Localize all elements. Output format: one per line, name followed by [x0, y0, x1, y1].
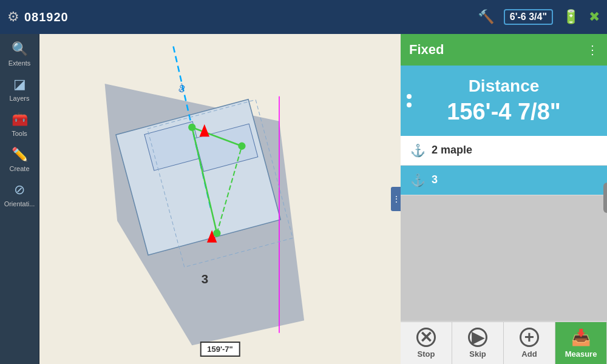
tools-icon: 🧰 — [12, 112, 28, 127]
layers-label: Layers — [9, 95, 29, 102]
distance-value: 156'-4 7/8" — [413, 99, 595, 125]
action-bar: ✕ Stop ▶ Skip + Add 📥 Measure — [401, 322, 607, 364]
create-label: Create — [9, 165, 29, 172]
panel-menu-icon[interactable]: ⋮ — [586, 42, 599, 57]
main-content: 🔍 Extents ◪ Layers 🧰 Tools ✏️ Create ⊘ O… — [0, 34, 607, 364]
dot-1 — [407, 94, 412, 99]
sidebar-item-tools[interactable]: 🧰 Tools — [0, 107, 39, 142]
point-item-1[interactable]: ⚓ 2 maple — [401, 136, 607, 166]
layers-icon: ◪ — [13, 76, 26, 92]
dot-2 — [407, 103, 412, 107]
sidebar-item-orientation[interactable]: ⊘ Orientati... — [0, 177, 39, 212]
add-button[interactable]: + Add — [504, 322, 555, 364]
map-scale: 159'-7" — [200, 342, 240, 357]
extents-icon: 🔍 — [12, 41, 28, 57]
header-left: ⚙ 081920 — [7, 9, 69, 25]
create-icon: ✏️ — [12, 147, 28, 163]
orientation-label: Orientati... — [4, 200, 35, 207]
svg-text:3: 3 — [202, 272, 208, 286]
point2-icon: ⚓ — [410, 173, 426, 187]
right-panel: Fixed ⋮ Distance 156'-4 7/8" ⚓ 2 maple ⚓… — [401, 34, 607, 364]
panel-header: Fixed ⋮ — [401, 34, 607, 66]
sidebar-item-extents[interactable]: 🔍 Extents — [0, 36, 39, 72]
measure-label: Measure — [565, 349, 597, 359]
header-bar: ⚙ 081920 🔨 6'-6 3/4" 🔋 ✖ — [0, 0, 607, 34]
skip-icon: ▶ — [468, 328, 487, 347]
satellite-icon: ✖ — [589, 9, 600, 25]
header-right: 🔨 6'-6 3/4" 🔋 ✖ — [478, 9, 600, 25]
point1-label: 2 maple — [432, 144, 472, 157]
skip-label: Skip — [469, 349, 486, 359]
battery-icon: 🔋 — [563, 9, 579, 25]
scale-value: 159'-7" — [207, 345, 233, 354]
panel-divider[interactable]: ⋮ — [391, 187, 401, 211]
orientation-icon: ⊘ — [14, 182, 25, 198]
stop-button[interactable]: ✕ Stop — [401, 322, 452, 364]
measure-icon: 📥 — [571, 328, 591, 347]
measurement-display: 6'-6 3/4" — [504, 9, 553, 25]
sidebar-item-create[interactable]: ✏️ Create — [0, 142, 39, 177]
svg-point-10 — [188, 124, 195, 131]
header-title: 081920 — [24, 10, 69, 24]
svg-point-11 — [213, 229, 220, 237]
point1-icon: ⚓ — [410, 143, 426, 158]
tools-label: Tools — [12, 130, 27, 137]
map-area[interactable]: 3 60' 159'-7" ⋮ — [39, 34, 401, 364]
scroll-handle[interactable] — [603, 183, 607, 213]
skip-button[interactable]: ▶ Skip — [452, 322, 504, 364]
add-label: Add — [521, 349, 537, 359]
gear-icon[interactable]: ⚙ — [7, 9, 19, 25]
distance-label: Distance — [413, 76, 595, 96]
point-item-2[interactable]: ⚓ 3 — [401, 166, 607, 195]
hammer-icon[interactable]: 🔨 — [478, 9, 494, 25]
stop-label: Stop — [418, 349, 435, 359]
measure-button[interactable]: 📥 Measure — [555, 322, 607, 364]
distance-display: Distance 156'-4 7/8" — [401, 66, 607, 136]
sidebar-item-layers[interactable]: ◪ Layers — [0, 72, 39, 107]
svg-text:60': 60' — [177, 83, 187, 93]
dot-indicators — [407, 94, 412, 107]
add-icon: + — [520, 328, 539, 347]
point2-label: 3 — [432, 174, 438, 186]
stop-icon: ✕ — [416, 328, 436, 347]
sidebar: 🔍 Extents ◪ Layers 🧰 Tools ✏️ Create ⊘ O… — [0, 34, 39, 364]
panel-status: Fixed — [409, 42, 444, 58]
point-item-empty — [401, 195, 607, 322]
divider-icon: ⋮ — [392, 194, 399, 204]
map-svg: 3 60' — [39, 34, 401, 364]
extents-label: Extents — [8, 59, 31, 67]
svg-point-12 — [238, 143, 245, 150]
